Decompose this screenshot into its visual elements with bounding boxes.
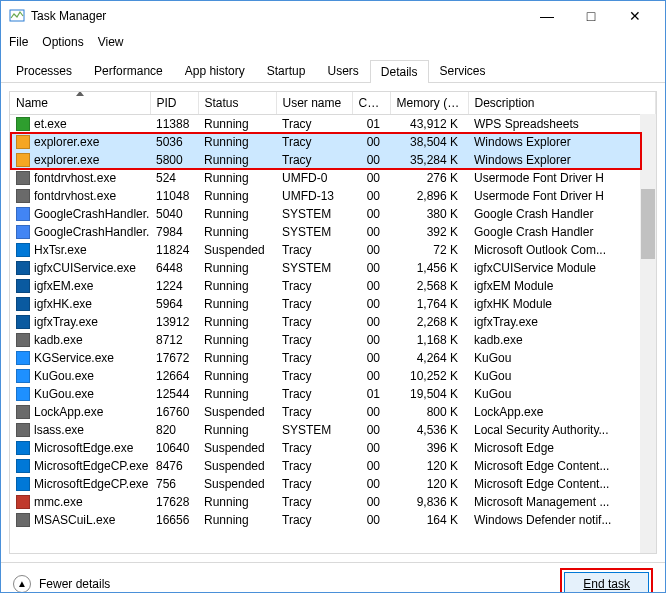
cell-cpu: 00 <box>352 205 390 223</box>
taskmgr-icon <box>9 8 25 24</box>
tab-details[interactable]: Details <box>370 60 429 83</box>
process-name: MicrosoftEdge.exe <box>34 441 133 455</box>
process-icon <box>16 243 30 257</box>
process-icon <box>16 117 30 131</box>
tab-users[interactable]: Users <box>316 59 369 82</box>
table-row[interactable]: GoogleCrashHandler...5040RunningSYSTEM00… <box>10 205 656 223</box>
process-table-body: et.exe11388RunningTracy0143,912 KWPS Spr… <box>10 114 656 529</box>
table-row[interactable]: KGService.exe17672RunningTracy004,264 KK… <box>10 349 656 367</box>
cell-pid: 524 <box>150 169 198 187</box>
table-row[interactable]: kadb.exe8712RunningTracy001,168 Kkadb.ex… <box>10 331 656 349</box>
process-icon <box>16 153 30 167</box>
cell-user: Tracy <box>276 114 352 133</box>
cell-user: SYSTEM <box>276 259 352 277</box>
process-icon <box>16 513 30 527</box>
process-name: KuGou.exe <box>34 369 94 383</box>
table-row[interactable]: explorer.exe5800RunningTracy0035,284 KWi… <box>10 151 656 169</box>
minimize-button[interactable]: ― <box>525 1 569 31</box>
table-row[interactable]: MicrosoftEdgeCP.exe8476SuspendedTracy001… <box>10 457 656 475</box>
table-row[interactable]: HxTsr.exe11824SuspendedTracy0072 KMicros… <box>10 241 656 259</box>
tab-app-history[interactable]: App history <box>174 59 256 82</box>
tab-performance[interactable]: Performance <box>83 59 174 82</box>
column-header-pid[interactable]: PID <box>150 92 198 114</box>
tab-strip: ProcessesPerformanceApp historyStartupUs… <box>1 55 665 83</box>
cell-mem: 380 K <box>390 205 468 223</box>
table-row[interactable]: KuGou.exe12544RunningTracy0119,504 KKuGo… <box>10 385 656 403</box>
table-row[interactable]: MicrosoftEdgeCP.exe756SuspendedTracy0012… <box>10 475 656 493</box>
cell-desc: Microsoft Edge Content... <box>468 457 656 475</box>
table-row[interactable]: MicrosoftEdge.exe10640SuspendedTracy0039… <box>10 439 656 457</box>
table-row[interactable]: mmc.exe17628RunningTracy009,836 KMicroso… <box>10 493 656 511</box>
table-row[interactable]: LockApp.exe16760SuspendedTracy00800 KLoc… <box>10 403 656 421</box>
fewer-details-button[interactable]: ▲ Fewer details <box>13 575 110 593</box>
cell-pid: 17672 <box>150 349 198 367</box>
process-name: MSASCuiL.exe <box>34 513 115 527</box>
cell-desc: Microsoft Outlook Com... <box>468 241 656 259</box>
table-row[interactable]: KuGou.exe12664RunningTracy0010,252 KKuGo… <box>10 367 656 385</box>
tab-processes[interactable]: Processes <box>5 59 83 82</box>
cell-pid: 5964 <box>150 295 198 313</box>
cell-cpu: 00 <box>352 403 390 421</box>
cell-cpu: 00 <box>352 169 390 187</box>
cell-cpu: 01 <box>352 114 390 133</box>
column-header-cpu[interactable]: CPU <box>352 92 390 114</box>
cell-pid: 7984 <box>150 223 198 241</box>
menu-options[interactable]: Options <box>42 35 83 49</box>
table-row[interactable]: igfxCUIService.exe6448RunningSYSTEM001,4… <box>10 259 656 277</box>
table-row[interactable]: explorer.exe5036RunningTracy0038,504 KWi… <box>10 133 656 151</box>
column-header-description[interactable]: Description <box>468 92 656 114</box>
column-header-name[interactable]: Name <box>10 92 150 114</box>
table-row[interactable]: lsass.exe820RunningSYSTEM004,536 KLocal … <box>10 421 656 439</box>
cell-cpu: 00 <box>352 439 390 457</box>
cell-status: Suspended <box>198 457 276 475</box>
process-icon <box>16 423 30 437</box>
cell-mem: 1,168 K <box>390 331 468 349</box>
cell-desc: igfxTray.exe <box>468 313 656 331</box>
table-row[interactable]: GoogleCrashHandler...7984RunningSYSTEM00… <box>10 223 656 241</box>
cell-desc: igfxCUIService Module <box>468 259 656 277</box>
tab-services[interactable]: Services <box>429 59 497 82</box>
tab-startup[interactable]: Startup <box>256 59 317 82</box>
close-button[interactable]: ✕ <box>613 1 657 31</box>
process-name: MicrosoftEdgeCP.exe <box>34 477 149 491</box>
cell-pid: 5800 <box>150 151 198 169</box>
process-icon <box>16 405 30 419</box>
cell-cpu: 00 <box>352 457 390 475</box>
maximize-button[interactable]: □ <box>569 1 613 31</box>
cell-cpu: 00 <box>352 367 390 385</box>
menubar: File Options View <box>1 31 665 53</box>
process-icon <box>16 333 30 347</box>
column-header-status[interactable]: Status <box>198 92 276 114</box>
column-header-memory-p-[interactable]: Memory (p... <box>390 92 468 114</box>
table-row[interactable]: igfxHK.exe5964RunningTracy001,764 KigfxH… <box>10 295 656 313</box>
cell-status: Running <box>198 511 276 529</box>
cell-desc: Google Crash Handler <box>468 223 656 241</box>
table-row[interactable]: MSASCuiL.exe16656RunningTracy00164 KWind… <box>10 511 656 529</box>
table-row[interactable]: igfxEM.exe1224RunningTracy002,568 KigfxE… <box>10 277 656 295</box>
table-row[interactable]: fontdrvhost.exe524RunningUMFD-000276 KUs… <box>10 169 656 187</box>
column-header-user-name[interactable]: User name <box>276 92 352 114</box>
cell-cpu: 00 <box>352 133 390 151</box>
cell-cpu: 00 <box>352 421 390 439</box>
cell-desc: Microsoft Edge <box>468 439 656 457</box>
cell-desc: WPS Spreadsheets <box>468 114 656 133</box>
table-row[interactable]: et.exe11388RunningTracy0143,912 KWPS Spr… <box>10 114 656 133</box>
cell-cpu: 00 <box>352 151 390 169</box>
cell-status: Running <box>198 187 276 205</box>
cell-pid: 820 <box>150 421 198 439</box>
end-task-button[interactable]: End task <box>564 572 649 594</box>
scrollbar-thumb[interactable] <box>641 189 655 259</box>
cell-mem: 2,268 K <box>390 313 468 331</box>
table-row[interactable]: fontdrvhost.exe11048RunningUMFD-13002,89… <box>10 187 656 205</box>
menu-file[interactable]: File <box>9 35 28 49</box>
vertical-scrollbar[interactable] <box>640 114 656 553</box>
process-icon <box>16 459 30 473</box>
menu-view[interactable]: View <box>98 35 124 49</box>
process-name: KuGou.exe <box>34 387 94 401</box>
cell-mem: 38,504 K <box>390 133 468 151</box>
cell-user: Tracy <box>276 295 352 313</box>
table-row[interactable]: igfxTray.exe13912RunningTracy002,268 Kig… <box>10 313 656 331</box>
process-name: kadb.exe <box>34 333 83 347</box>
cell-pid: 16656 <box>150 511 198 529</box>
cell-cpu: 00 <box>352 187 390 205</box>
